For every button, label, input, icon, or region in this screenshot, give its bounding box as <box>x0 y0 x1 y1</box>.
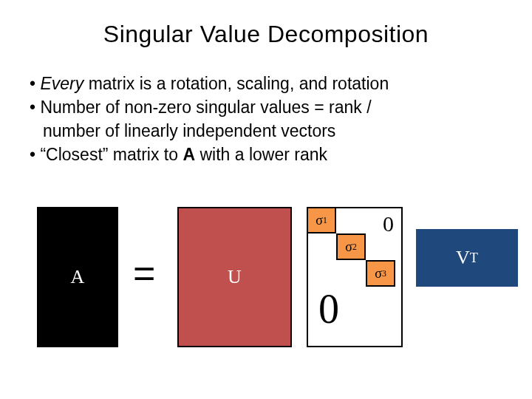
sigma-3-sub: 3 <box>382 269 386 279</box>
sigma-1-sub: 1 <box>323 216 327 225</box>
slide-title: Singular Value Decomposition <box>0 21 532 48</box>
sigma-2: σ2 <box>336 233 366 260</box>
sigma-3: σ3 <box>366 260 395 287</box>
bullet-1-emph: Every <box>40 74 83 93</box>
bullet-1-prefix: • <box>30 74 40 93</box>
bullet-3-rest: with a lower rank <box>195 145 327 164</box>
sigma-zero-top-right: 0 <box>383 211 394 236</box>
vt-superscript: T <box>470 250 478 266</box>
sigma-zero-bottom-left: 0 <box>318 285 339 332</box>
matrix-u: U <box>177 207 292 347</box>
matrix-sigma: σ1 σ2 σ3 0 0 <box>307 207 403 347</box>
svd-diagram: A = U σ1 σ2 σ3 0 0 VT <box>0 207 532 384</box>
equals-sign: = <box>133 251 155 296</box>
bullet-2-line1: • Number of non-zero singular values = r… <box>30 97 502 119</box>
bullet-list: • Every matrix is a rotation, scaling, a… <box>30 73 502 166</box>
sigma-2-sub: 2 <box>352 242 357 252</box>
sigma-3-sym: σ <box>375 266 382 282</box>
bullet-3-prefix: • “Closest” matrix to <box>30 145 183 164</box>
sigma-1-sym: σ <box>316 213 323 228</box>
matrix-vt: VT <box>416 229 518 287</box>
matrix-a: A <box>37 207 118 347</box>
bullet-3-bold: A <box>183 145 195 164</box>
sigma-1: σ1 <box>307 207 336 233</box>
bullet-1: • Every matrix is a rotation, scaling, a… <box>30 73 502 95</box>
bullet-3: • “Closest” matrix to A with a lower ran… <box>30 144 502 166</box>
bullet-1-rest: matrix is a rotation, scaling, and rotat… <box>83 74 389 93</box>
vt-v: V <box>456 247 470 269</box>
bullet-2-line2: number of linearly independent vectors <box>30 120 502 143</box>
sigma-2-sym: σ <box>345 239 352 255</box>
